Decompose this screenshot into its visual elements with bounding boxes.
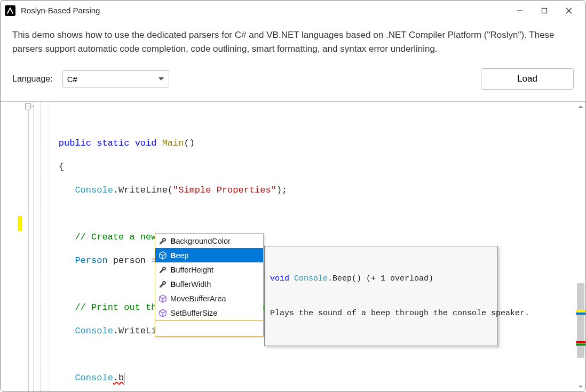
wrench-icon — [159, 280, 167, 289]
completion-item[interactable]: BackgroundColor — [155, 234, 263, 248]
svg-rect-1 — [542, 8, 547, 13]
wrench-icon — [159, 237, 167, 245]
cube-icon — [159, 294, 167, 303]
completion-item[interactable]: SetBufferSize — [155, 306, 263, 320]
change-marker — [18, 216, 22, 231]
fold-toggle-icon[interactable] — [25, 103, 31, 109]
close-button[interactable] — [557, 3, 581, 19]
window-title: Roslyn-Based Parsing — [21, 6, 508, 15]
cube-icon — [159, 251, 167, 260]
signature-tooltip: void Console.Beep() (+ 1 overload) Plays… — [264, 246, 498, 346]
completion-popup[interactable]: BackgroundColorBeepBufferHeightBufferWid… — [155, 233, 264, 337]
completion-item[interactable]: BufferWidth — [155, 277, 263, 291]
app-window: Roslyn-Based Parsing This demo shows how… — [0, 0, 586, 392]
text-caret — [124, 373, 124, 383]
cube-icon — [159, 309, 167, 317]
maximize-button[interactable] — [532, 3, 557, 19]
language-select-wrap: C# — [62, 70, 169, 87]
app-icon — [5, 5, 15, 16]
code-editor[interactable]: public static void Main() { Console.Writ… — [1, 101, 585, 391]
completion-item[interactable]: MoveBufferArea — [155, 291, 263, 306]
load-button[interactable]: Load — [481, 68, 574, 90]
completion-item[interactable]: BufferHeight — [155, 262, 263, 277]
language-label: Language: — [12, 74, 53, 84]
code-content[interactable]: public static void Main() { Console.Writ… — [34, 102, 585, 391]
vertical-scrollbar[interactable] — [576, 102, 585, 391]
gutter[interactable] — [1, 102, 34, 391]
wrench-icon — [159, 266, 167, 274]
completion-item[interactable]: Beep — [155, 248, 263, 262]
description-text: This demo shows how to use the dedicated… — [1, 21, 585, 59]
minimize-button[interactable] — [508, 3, 532, 19]
window-controls — [508, 3, 581, 19]
completion-filter-bar — [155, 320, 263, 336]
titlebar: Roslyn-Based Parsing — [1, 1, 585, 21]
toolbar: Language: C# Load — [1, 59, 585, 101]
language-select[interactable]: C# — [62, 70, 169, 87]
